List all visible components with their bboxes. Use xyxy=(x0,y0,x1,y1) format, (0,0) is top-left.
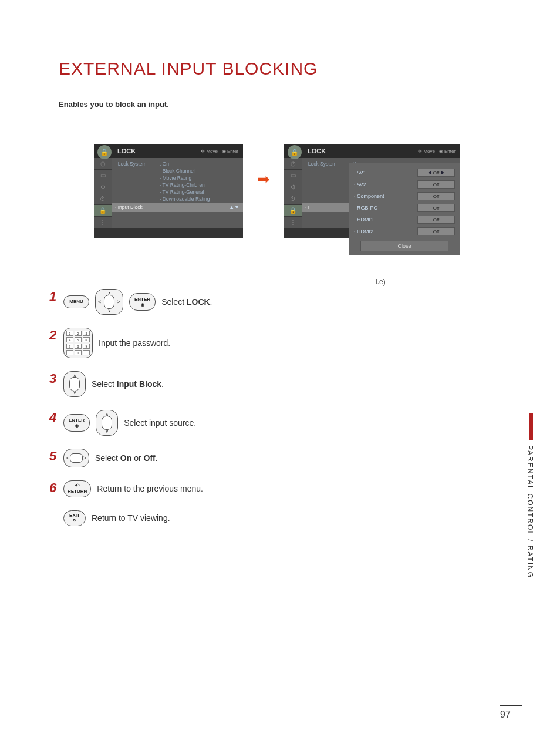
osd-header: 🔒 LOCK ✥ Move ◉ Enter xyxy=(94,144,243,158)
submenu-row[interactable]: · AV2 Off xyxy=(353,179,456,190)
divider xyxy=(58,271,504,271)
submenu-row[interactable]: · AV1 ◀Off▶ xyxy=(353,167,456,179)
lock-icon: 🔒 xyxy=(288,145,302,159)
submenu-row[interactable]: · HDMI1 Off xyxy=(353,214,456,226)
osd-lock-system-label: · Lock System xyxy=(305,161,350,167)
osd-sidebar: ◷▭⚙⏱🔒⋮ xyxy=(284,158,302,228)
osd-item: · TV Rating-Children xyxy=(160,182,205,188)
arrow-icon: ➡ xyxy=(257,170,270,189)
osd-lock-system-label: · Lock System xyxy=(115,161,160,167)
submenu-row[interactable]: · HDMI2 Off xyxy=(353,226,456,237)
step-number: 3 xyxy=(49,371,58,386)
step-text: Return to TV viewing. xyxy=(92,513,170,523)
osd-item: · TV Rating-General xyxy=(160,189,204,195)
osd-item: · Downloadable Rating xyxy=(160,196,210,202)
step-number: 2 xyxy=(49,328,58,343)
side-label: PARENTAL CONTROL / RATING xyxy=(526,445,534,578)
osd-lock-system-value: : On xyxy=(160,161,169,167)
step-number: 4 xyxy=(49,410,58,425)
osd-sidebar: ◷▭⚙⏱🔒⋮ xyxy=(94,158,112,228)
return-button[interactable]: ↶RETURN xyxy=(63,480,91,497)
close-button[interactable]: Close xyxy=(360,241,448,251)
enter-button[interactable]: ENTER◉ xyxy=(129,293,156,311)
step-text: Select On or Off. xyxy=(95,453,158,463)
side-tab: PARENTAL CONTROL / RATING xyxy=(512,415,522,603)
dpad-vertical[interactable]: ∧∨ xyxy=(96,410,118,436)
osd-input-block-row[interactable]: · Input Block ▲▼ xyxy=(112,203,243,212)
ie-note: i.e) xyxy=(376,278,386,286)
osd-hints: ✥ Move ◉ Enter xyxy=(201,149,238,154)
page-title: EXTERNAL INPUT BLOCKING xyxy=(59,59,519,79)
exit-button[interactable]: EXIT⎋ xyxy=(63,510,86,527)
page-subtitle: Enables you to block an input. xyxy=(59,100,519,109)
page-number: 97 xyxy=(500,705,522,720)
right-tri-icon[interactable]: ▶ xyxy=(441,170,444,175)
step-number: 1 xyxy=(49,289,58,304)
dpad-vertical[interactable]: ∧∨ xyxy=(63,371,86,397)
left-tri-icon[interactable]: ◀ xyxy=(428,170,431,175)
submenu-row[interactable]: · RGB-PC Off xyxy=(353,202,456,214)
dpad-horizontal[interactable]: <> xyxy=(63,449,89,467)
osd-left: 🔒 LOCK ✥ Move ◉ Enter ◷▭⚙⏱🔒⋮ · Lock Syst… xyxy=(94,144,243,238)
osd-hints: ✥ Move ◉ Enter xyxy=(418,149,456,154)
step-text: Select input source. xyxy=(124,418,196,428)
numpad-icon[interactable]: 1234567890 xyxy=(63,328,93,358)
osd-header: 🔒 LOCK ✥ Move ◉ Enter xyxy=(284,144,460,158)
updown-icon: ▲▼ xyxy=(229,204,239,210)
submenu-row[interactable]: · Component Off xyxy=(353,190,456,202)
lock-icon: 🔒 xyxy=(97,145,112,159)
osd-screens: 🔒 LOCK ✥ Move ◉ Enter ◷▭⚙⏱🔒⋮ · Lock Syst… xyxy=(94,144,519,238)
steps-list: 1 MENU ∧∨<> ENTER◉ Select LOCK. 2 123456… xyxy=(49,289,519,526)
osd-item: · Movie Rating xyxy=(160,175,191,181)
step-text: Select LOCK. xyxy=(161,297,212,307)
step-text: Select Input Block. xyxy=(92,379,164,389)
osd-title: LOCK xyxy=(117,147,136,154)
step-text: Input the password. xyxy=(99,338,170,348)
dpad-full[interactable]: ∧∨<> xyxy=(95,289,123,315)
menu-button[interactable]: MENU xyxy=(63,295,89,309)
step-number: 5 xyxy=(49,449,58,464)
step-text: Return to the previous menu. xyxy=(97,484,203,493)
step-number: 6 xyxy=(49,480,58,496)
input-block-submenu: · AV1 ◀Off▶ · AV2 Off · Component Off · … xyxy=(349,163,460,255)
osd-title: LOCK xyxy=(308,147,326,154)
osd-right: 🔒 LOCK ✥ Move ◉ Enter ◷▭⚙⏱🔒⋮ · Lock Syst… xyxy=(284,144,460,238)
enter-button[interactable]: ENTER◉ xyxy=(63,414,90,432)
osd-item: · Block Channel xyxy=(160,168,195,174)
